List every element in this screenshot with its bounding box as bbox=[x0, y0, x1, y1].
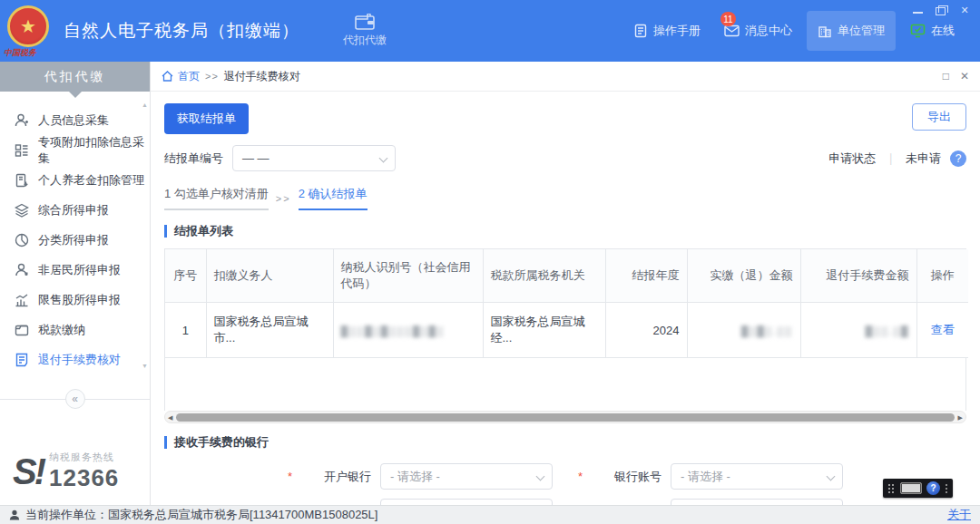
logo-caption: 中国税务 bbox=[4, 47, 36, 59]
report-no-select[interactable]: — — bbox=[232, 145, 396, 171]
bank-form: * 开户银行 - 请选择 - * 银行账号 - 请选择 - bbox=[164, 463, 966, 505]
payee-name-select[interactable]: - 请选择 - bbox=[671, 499, 843, 505]
pie-chart-icon bbox=[14, 232, 29, 247]
sidebar-scroll-up-icon[interactable]: ▲ bbox=[142, 102, 148, 108]
section-bar bbox=[164, 225, 167, 238]
org-management-label: 单位管理 bbox=[838, 23, 885, 39]
panel-controls: □ ✕ bbox=[943, 70, 969, 82]
col-agent: 扣缴义务人 bbox=[206, 249, 333, 303]
message-center-button[interactable]: 11 消息中心 bbox=[715, 15, 801, 46]
sidebar-item-label: 退付手续费核对 bbox=[38, 352, 121, 368]
hotline-number: 12366 bbox=[49, 464, 119, 492]
chevron-down-icon bbox=[379, 154, 388, 163]
col-fee-amount: 退付手续费金额 bbox=[800, 249, 916, 303]
online-monitor-icon bbox=[910, 24, 926, 38]
sidebar-item-tax-payment[interactable]: 税款缴纳 bbox=[0, 315, 150, 344]
bank-branch-select[interactable]: - 请选择 - bbox=[380, 499, 553, 505]
sidebar-item-label: 税款缴纳 bbox=[38, 322, 85, 338]
export-button[interactable]: 导出 bbox=[912, 103, 966, 131]
view-link[interactable]: 查看 bbox=[931, 323, 955, 336]
step-2-tab[interactable]: 2 确认结报单 bbox=[299, 186, 368, 210]
ime-toolbar[interactable]: ? bbox=[883, 479, 953, 498]
help-icon[interactable]: ? bbox=[950, 150, 966, 167]
online-status[interactable]: 在线 bbox=[901, 15, 964, 46]
breadcrumb-current: 退付手续费核对 bbox=[224, 69, 300, 84]
stock-chart-icon bbox=[14, 292, 29, 307]
ime-grip-icon bbox=[887, 483, 896, 494]
message-center-label: 消息中心 bbox=[745, 23, 792, 39]
tab-withholding[interactable]: 代扣代缴 bbox=[343, 14, 387, 48]
sidebar-item-label: 个人养老金扣除管理 bbox=[38, 172, 144, 189]
breadcrumb: 首页 >> 退付手续费核对 □ ✕ bbox=[151, 62, 980, 92]
layers-icon bbox=[14, 202, 29, 218]
manual-label: 操作手册 bbox=[653, 23, 701, 39]
sidebar-collapse-row: « bbox=[0, 389, 150, 409]
sidebar-item-special-deduction[interactable]: 专项附加扣除信息采集 bbox=[0, 135, 150, 165]
sidebar-item-nonresident-income[interactable]: 非居民所得申报 bbox=[0, 255, 150, 285]
table-row: 1 国家税务总局宣城市... █▒▒█▒█▒▒▒█▒█▒ 国家税务总局宣城经..… bbox=[165, 303, 968, 358]
minimize-button[interactable] bbox=[913, 6, 923, 14]
cell-year: 2024 bbox=[605, 303, 687, 358]
required-star: * bbox=[288, 470, 292, 483]
sidebar-item-label: 分类所得申报 bbox=[38, 232, 109, 248]
app-window: ★ 中国税务 自然人电子税务局（扣缴端） 代扣代缴 bbox=[0, 0, 980, 524]
about-link[interactable]: 关于 bbox=[947, 507, 971, 523]
panel-close-icon[interactable]: ✕ bbox=[960, 70, 969, 82]
col-paid-amount: 实缴（退）金额 bbox=[687, 249, 800, 303]
titlebar: ★ 中国税务 自然人电子税务局（扣缴端） 代扣代缴 bbox=[0, 0, 980, 62]
envelope-icon bbox=[724, 24, 740, 37]
breadcrumb-home-link[interactable]: 首页 bbox=[162, 69, 200, 84]
app-logo: ★ 中国税务 bbox=[0, 0, 53, 62]
panel-restore-icon[interactable]: □ bbox=[943, 70, 949, 82]
sidebar-tab-withholding[interactable]: 代扣代缴 bbox=[0, 62, 150, 92]
col-year: 结报年度 bbox=[605, 249, 687, 303]
page-content: 获取结报单 导出 结报单编号 — — 申请状态 ｜ 未申请 bbox=[151, 92, 980, 505]
manual-button[interactable]: 操作手册 bbox=[624, 15, 710, 46]
sidebar-item-refund-fee-check[interactable]: 退付手续费核对 bbox=[0, 344, 150, 374]
sidebar-item-classified-income[interactable]: 分类所得申报 bbox=[0, 225, 150, 255]
breadcrumb-home-label: 首页 bbox=[178, 69, 200, 84]
header-actions: 操作手册 11 消息中心 bbox=[624, 11, 964, 51]
fetch-report-button[interactable]: 获取结报单 bbox=[164, 103, 249, 134]
sidebar-menu: 人员信息采集 专项附加扣除信息采集 个人养老金扣除管理 bbox=[0, 98, 150, 374]
horizontal-scrollbar[interactable]: ◀ ▶ bbox=[164, 411, 966, 423]
ime-help-icon[interactable]: ? bbox=[926, 481, 940, 495]
org-management-button[interactable]: 单位管理 bbox=[807, 11, 896, 51]
status-divider: ｜ bbox=[885, 150, 897, 167]
sidebar-scroll-down-icon[interactable]: ▼ bbox=[142, 363, 148, 369]
window-controls: ✕ bbox=[913, 5, 971, 15]
section-bar bbox=[164, 436, 167, 449]
required-star: * bbox=[578, 470, 583, 483]
sidebar-collapse-button[interactable]: « bbox=[65, 389, 85, 409]
sidebar-item-comprehensive-income[interactable]: 综合所得申报 bbox=[0, 195, 150, 225]
ime-options-icon[interactable] bbox=[945, 483, 948, 494]
hotline-caption: 纳税服务热线 bbox=[49, 451, 119, 464]
home-icon bbox=[162, 71, 173, 82]
bank-account-select[interactable]: - 请选择 - bbox=[671, 463, 843, 490]
restore-button[interactable] bbox=[936, 7, 946, 15]
sidebar-item-restricted-stock[interactable]: 限售股所得申报 bbox=[0, 285, 150, 315]
col-authority: 税款所属税务机关 bbox=[483, 249, 605, 303]
manual-icon bbox=[633, 24, 648, 38]
sidebar-item-label: 综合所得申报 bbox=[38, 202, 109, 218]
person-icon bbox=[14, 112, 29, 128]
close-button[interactable]: ✕ bbox=[958, 5, 971, 15]
sidebar-item-pension-deduction[interactable]: 个人养老金扣除管理 bbox=[0, 165, 150, 195]
cell-fee-amount-redacted: █▒▒.▒█ bbox=[865, 325, 908, 336]
emblem-star: ★ bbox=[20, 17, 36, 35]
scroll-right-icon[interactable]: ▶ bbox=[958, 414, 963, 421]
step-1-tab[interactable]: 1 勾选单户核对清册 bbox=[164, 186, 269, 210]
scroll-left-icon[interactable]: ◀ bbox=[168, 414, 172, 421]
sidebar-item-label: 专项附加扣除信息采集 bbox=[38, 134, 150, 167]
cell-taxpayer-id-redacted: █▒▒█▒█▒▒▒█▒█▒ bbox=[341, 325, 445, 336]
report-no-value: — — bbox=[242, 151, 270, 165]
tab-withholding-label: 代扣代缴 bbox=[343, 33, 387, 48]
hotline-logo-icon: S! bbox=[13, 455, 44, 488]
sidebar-item-personnel-info[interactable]: 人员信息采集 bbox=[0, 105, 150, 135]
ime-keyboard-icon[interactable] bbox=[900, 482, 922, 494]
scrollbar-thumb[interactable] bbox=[176, 413, 954, 422]
bank-name-select[interactable]: - 请选择 - bbox=[380, 463, 553, 490]
bank-account-value: - 请选择 - bbox=[681, 469, 730, 485]
col-action: 操作 bbox=[916, 249, 968, 303]
bank-name-value: - 请选择 - bbox=[390, 469, 440, 485]
